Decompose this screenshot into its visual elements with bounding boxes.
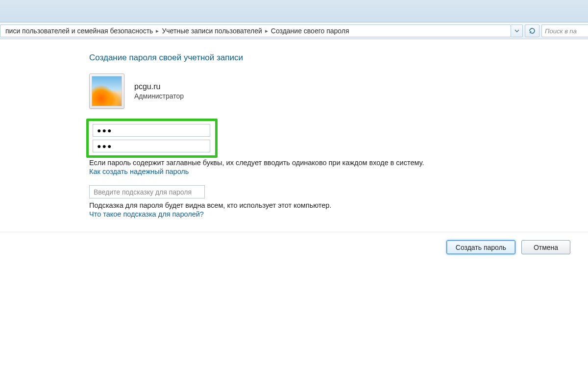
- account-role: Администратор: [134, 92, 184, 100]
- page-title: Создание пароля своей учетной записи: [89, 53, 588, 63]
- address-bar: писи пользователей и семейная безопаснос…: [0, 23, 588, 39]
- hint-placeholder: Введите подсказку для пароля: [94, 188, 192, 196]
- search-input[interactable]: Поиск в па: [541, 24, 588, 37]
- dialog-buttons: Создать пароль Отмена: [0, 232, 588, 254]
- breadcrumb-item[interactable]: Учетные записи пользователей: [160, 27, 264, 35]
- account-summary: pcgu.ru Администратор: [89, 74, 588, 109]
- breadcrumb-item[interactable]: Создание своего пароля: [269, 27, 351, 35]
- window-glass-top: [0, 0, 588, 23]
- howto-strong-password-link[interactable]: Как создать надежный пароль: [89, 168, 189, 175]
- address-dropdown-button[interactable]: [511, 24, 523, 37]
- new-password-input[interactable]: ●●●: [93, 124, 210, 137]
- content-pane: Создание пароля своей учетной записи pcg…: [0, 39, 588, 254]
- confirm-password-input[interactable]: ●●●: [93, 140, 210, 152]
- password-hint-input[interactable]: Введите подсказку для пароля: [89, 185, 205, 198]
- chevron-down-icon: [514, 28, 519, 33]
- search-placeholder: Поиск в па: [545, 27, 577, 35]
- password-fields-highlight: ●●● ●●●: [86, 119, 218, 158]
- caps-note: Если пароль содержит заглавные буквы, их…: [89, 159, 540, 167]
- create-password-button[interactable]: Создать пароль: [446, 240, 515, 254]
- avatar: [89, 74, 124, 109]
- refresh-icon: [528, 27, 536, 35]
- account-name: pcgu.ru: [134, 82, 184, 91]
- avatar-image: [92, 76, 122, 106]
- what-is-hint-link[interactable]: Что такое подсказка для паролей?: [89, 210, 204, 218]
- breadcrumb-item[interactable]: писи пользователей и семейная безопаснос…: [3, 27, 155, 35]
- hint-visibility-note: Подсказка для пароля будет видна всем, к…: [89, 201, 540, 209]
- breadcrumb[interactable]: писи пользователей и семейная безопаснос…: [0, 24, 511, 37]
- cancel-button[interactable]: Отмена: [521, 240, 570, 254]
- chevron-right-icon: ▸: [155, 27, 160, 34]
- chevron-right-icon: ▸: [264, 27, 269, 34]
- refresh-button[interactable]: [525, 24, 539, 37]
